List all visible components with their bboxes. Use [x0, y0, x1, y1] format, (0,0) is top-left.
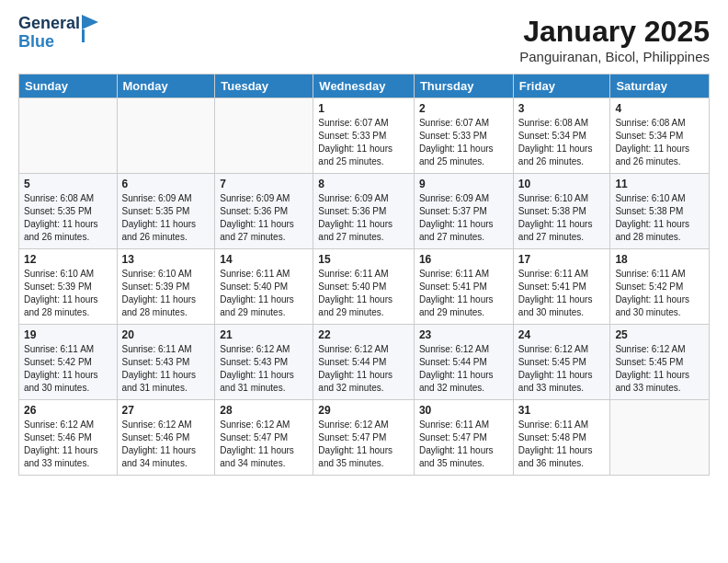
day-info: Sunrise: 6:07 AM Sunset: 5:33 PM Dayligh…	[318, 117, 409, 168]
day-info: Sunrise: 6:12 AM Sunset: 5:47 PM Dayligh…	[220, 419, 308, 470]
col-monday: Monday	[117, 75, 215, 98]
logo-text: General Blue	[18, 15, 80, 52]
table-row: 21Sunrise: 6:12 AM Sunset: 5:43 PM Dayli…	[215, 325, 313, 400]
day-number: 20	[122, 328, 210, 341]
svg-rect-1	[82, 29, 85, 42]
day-info: Sunrise: 6:11 AM Sunset: 5:42 PM Dayligh…	[615, 268, 704, 319]
table-row: 30Sunrise: 6:11 AM Sunset: 5:47 PM Dayli…	[414, 400, 513, 476]
day-number: 21	[220, 328, 308, 341]
table-row	[610, 400, 710, 476]
day-info: Sunrise: 6:09 AM Sunset: 5:35 PM Dayligh…	[122, 192, 210, 244]
table-row	[117, 98, 215, 174]
table-row: 23Sunrise: 6:12 AM Sunset: 5:44 PM Dayli…	[414, 325, 513, 400]
day-number: 13	[122, 253, 210, 266]
day-number: 25	[615, 328, 704, 341]
table-row: 20Sunrise: 6:11 AM Sunset: 5:43 PM Dayli…	[117, 325, 215, 400]
day-info: Sunrise: 6:09 AM Sunset: 5:36 PM Dayligh…	[220, 192, 308, 244]
table-row: 26Sunrise: 6:12 AM Sunset: 5:46 PM Dayli…	[19, 400, 118, 476]
table-row: 31Sunrise: 6:11 AM Sunset: 5:48 PM Dayli…	[513, 400, 610, 476]
day-info: Sunrise: 6:12 AM Sunset: 5:46 PM Dayligh…	[122, 419, 210, 470]
day-number: 11	[615, 178, 704, 190]
col-sunday: Sunday	[19, 75, 118, 98]
table-row: 14Sunrise: 6:11 AM Sunset: 5:40 PM Dayli…	[215, 249, 313, 325]
table-row: 7Sunrise: 6:09 AM Sunset: 5:36 PM Daylig…	[215, 174, 313, 249]
day-number: 31	[518, 404, 606, 417]
day-info: Sunrise: 6:10 AM Sunset: 5:38 PM Dayligh…	[518, 192, 606, 244]
calendar-table: Sunday Monday Tuesday Wednesday Thursday…	[18, 74, 710, 476]
day-info: Sunrise: 6:10 AM Sunset: 5:39 PM Dayligh…	[122, 268, 210, 319]
table-row: 5Sunrise: 6:08 AM Sunset: 5:35 PM Daylig…	[19, 174, 118, 249]
day-info: Sunrise: 6:12 AM Sunset: 5:44 PM Dayligh…	[318, 343, 409, 395]
day-number: 24	[518, 328, 606, 341]
logo-icon	[82, 15, 98, 42]
day-info: Sunrise: 6:07 AM Sunset: 5:33 PM Dayligh…	[419, 117, 508, 168]
day-info: Sunrise: 6:11 AM Sunset: 5:41 PM Dayligh…	[518, 268, 606, 319]
location: Panguiranan, Bicol, Philippines	[519, 49, 710, 64]
day-number: 2	[419, 102, 508, 115]
table-row: 17Sunrise: 6:11 AM Sunset: 5:41 PM Dayli…	[513, 249, 610, 325]
col-friday: Friday	[513, 75, 610, 98]
day-info: Sunrise: 6:10 AM Sunset: 5:38 PM Dayligh…	[615, 192, 704, 244]
logo-blue: Blue	[18, 33, 80, 52]
svg-marker-0	[82, 15, 98, 29]
day-number: 8	[318, 178, 409, 190]
day-info: Sunrise: 6:11 AM Sunset: 5:40 PM Dayligh…	[318, 268, 409, 319]
col-tuesday: Tuesday	[215, 75, 313, 98]
day-info: Sunrise: 6:08 AM Sunset: 5:35 PM Dayligh…	[24, 192, 112, 244]
logo: General Blue	[18, 15, 98, 52]
table-row: 12Sunrise: 6:10 AM Sunset: 5:39 PM Dayli…	[19, 249, 118, 325]
day-number: 14	[220, 253, 308, 266]
table-row: 27Sunrise: 6:12 AM Sunset: 5:46 PM Dayli…	[117, 400, 215, 476]
title-section: January 2025 Panguiranan, Bicol, Philipp…	[519, 15, 710, 64]
day-info: Sunrise: 6:11 AM Sunset: 5:42 PM Dayligh…	[24, 343, 112, 395]
day-number: 1	[318, 102, 409, 115]
table-row: 28Sunrise: 6:12 AM Sunset: 5:47 PM Dayli…	[215, 400, 313, 476]
table-row: 1Sunrise: 6:07 AM Sunset: 5:33 PM Daylig…	[313, 98, 415, 174]
page: General Blue January 2025 Panguiranan, B…	[0, 0, 728, 563]
day-info: Sunrise: 6:11 AM Sunset: 5:40 PM Dayligh…	[220, 268, 308, 319]
table-row: 10Sunrise: 6:10 AM Sunset: 5:38 PM Dayli…	[513, 174, 610, 249]
day-info: Sunrise: 6:09 AM Sunset: 5:36 PM Dayligh…	[318, 192, 409, 244]
day-number: 18	[615, 253, 704, 266]
col-thursday: Thursday	[414, 75, 513, 98]
day-number: 9	[419, 178, 508, 190]
day-number: 3	[518, 102, 606, 115]
day-info: Sunrise: 6:12 AM Sunset: 5:47 PM Dayligh…	[318, 419, 409, 470]
day-info: Sunrise: 6:12 AM Sunset: 5:45 PM Dayligh…	[615, 343, 704, 395]
calendar-week-5: 26Sunrise: 6:12 AM Sunset: 5:46 PM Dayli…	[19, 400, 710, 476]
day-info: Sunrise: 6:09 AM Sunset: 5:37 PM Dayligh…	[419, 192, 508, 244]
calendar-week-1: 1Sunrise: 6:07 AM Sunset: 5:33 PM Daylig…	[19, 98, 710, 174]
calendar-week-2: 5Sunrise: 6:08 AM Sunset: 5:35 PM Daylig…	[19, 174, 710, 249]
table-row: 18Sunrise: 6:11 AM Sunset: 5:42 PM Dayli…	[610, 249, 710, 325]
day-number: 5	[24, 178, 112, 190]
table-row: 16Sunrise: 6:11 AM Sunset: 5:41 PM Dayli…	[414, 249, 513, 325]
day-info: Sunrise: 6:12 AM Sunset: 5:43 PM Dayligh…	[220, 343, 308, 395]
day-number: 7	[220, 178, 308, 190]
day-number: 27	[122, 404, 210, 417]
day-number: 12	[24, 253, 112, 266]
day-number: 6	[122, 178, 210, 190]
day-number: 4	[615, 102, 704, 115]
day-info: Sunrise: 6:11 AM Sunset: 5:43 PM Dayligh…	[122, 343, 210, 395]
table-row: 19Sunrise: 6:11 AM Sunset: 5:42 PM Dayli…	[19, 325, 118, 400]
col-wednesday: Wednesday	[313, 75, 415, 98]
day-number: 23	[419, 328, 508, 341]
day-number: 28	[220, 404, 308, 417]
day-number: 16	[419, 253, 508, 266]
logo-general: General	[18, 15, 80, 33]
table-row: 22Sunrise: 6:12 AM Sunset: 5:44 PM Dayli…	[313, 325, 415, 400]
table-row: 4Sunrise: 6:08 AM Sunset: 5:34 PM Daylig…	[610, 98, 710, 174]
table-row: 11Sunrise: 6:10 AM Sunset: 5:38 PM Dayli…	[610, 174, 710, 249]
table-row: 9Sunrise: 6:09 AM Sunset: 5:37 PM Daylig…	[414, 174, 513, 249]
calendar-week-4: 19Sunrise: 6:11 AM Sunset: 5:42 PM Dayli…	[19, 325, 710, 400]
table-row: 3Sunrise: 6:08 AM Sunset: 5:34 PM Daylig…	[513, 98, 610, 174]
table-row	[215, 98, 313, 174]
day-number: 22	[318, 328, 409, 341]
table-row: 2Sunrise: 6:07 AM Sunset: 5:33 PM Daylig…	[414, 98, 513, 174]
day-number: 30	[419, 404, 508, 417]
day-info: Sunrise: 6:11 AM Sunset: 5:47 PM Dayligh…	[419, 419, 508, 470]
col-saturday: Saturday	[610, 75, 710, 98]
table-row: 29Sunrise: 6:12 AM Sunset: 5:47 PM Dayli…	[313, 400, 415, 476]
month-year: January 2025	[519, 15, 710, 49]
day-number: 19	[24, 328, 112, 341]
